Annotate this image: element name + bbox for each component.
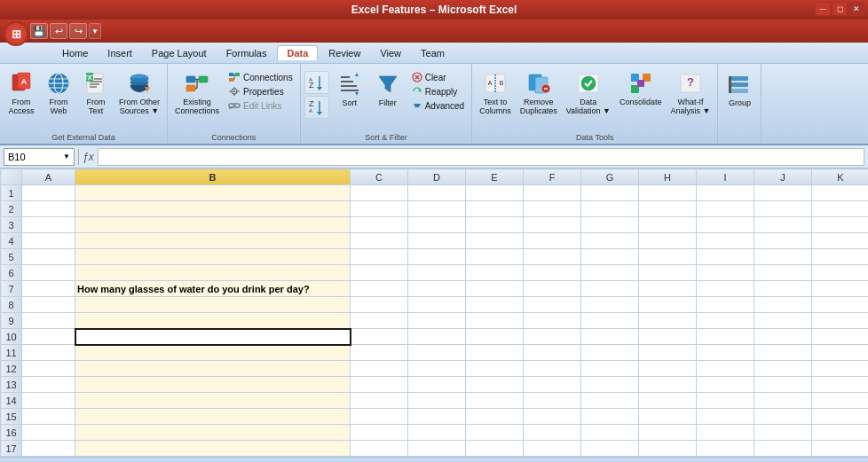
cell-i7[interactable] bbox=[697, 281, 754, 297]
col-header-g[interactable]: G bbox=[581, 169, 639, 185]
from-web-button[interactable]: FromWeb bbox=[41, 67, 76, 118]
cell-f3[interactable] bbox=[524, 217, 581, 233]
cell-e16[interactable] bbox=[466, 425, 524, 441]
reapply-button[interactable]: Reapply bbox=[408, 85, 468, 98]
data-validation-button[interactable]: DataValidation ▼ bbox=[563, 67, 614, 118]
cell-k4[interactable] bbox=[812, 233, 869, 249]
row-header-8[interactable]: 8 bbox=[1, 297, 22, 313]
col-header-i[interactable]: I bbox=[697, 169, 754, 185]
row-header-4[interactable]: 4 bbox=[1, 233, 22, 249]
cell-a17[interactable] bbox=[22, 441, 75, 457]
col-header-h[interactable]: H bbox=[639, 169, 697, 185]
cell-d13[interactable] bbox=[408, 377, 466, 393]
menu-formulas[interactable]: Formulas bbox=[217, 46, 276, 60]
cell-j9[interactable] bbox=[754, 313, 812, 329]
cell-k11[interactable] bbox=[812, 345, 869, 361]
cell-e14[interactable] bbox=[466, 393, 524, 409]
cell-g12[interactable] bbox=[581, 361, 639, 377]
cell-g11[interactable] bbox=[581, 345, 639, 361]
col-header-j[interactable]: J bbox=[754, 169, 812, 185]
cell-j2[interactable] bbox=[754, 201, 812, 217]
row-header-17[interactable]: 17 bbox=[1, 441, 22, 457]
cell-h15[interactable] bbox=[639, 409, 697, 425]
cell-d3[interactable] bbox=[408, 217, 466, 233]
cell-j10[interactable] bbox=[754, 329, 812, 345]
name-box[interactable]: B10 ▼ bbox=[4, 148, 75, 166]
cell-c10[interactable] bbox=[351, 329, 408, 345]
cell-e8[interactable] bbox=[466, 297, 524, 313]
cell-h11[interactable] bbox=[639, 345, 697, 361]
cell-h8[interactable] bbox=[639, 297, 697, 313]
cell-c11[interactable] bbox=[351, 345, 408, 361]
cell-b13[interactable] bbox=[75, 377, 351, 393]
cell-d8[interactable] bbox=[408, 297, 466, 313]
sort-ascending-button[interactable]: A Z bbox=[304, 71, 329, 94]
cell-h14[interactable] bbox=[639, 393, 697, 409]
cell-g17[interactable] bbox=[581, 441, 639, 457]
cell-i12[interactable] bbox=[697, 361, 754, 377]
cell-a4[interactable] bbox=[22, 233, 75, 249]
cell-e9[interactable] bbox=[466, 313, 524, 329]
cell-j7[interactable] bbox=[754, 281, 812, 297]
cell-e17[interactable] bbox=[466, 441, 524, 457]
advanced-button[interactable]: Advanced bbox=[408, 99, 468, 112]
row-header-2[interactable]: 2 bbox=[1, 201, 22, 217]
cell-a9[interactable] bbox=[22, 313, 75, 329]
cell-i8[interactable] bbox=[697, 297, 754, 313]
cell-f4[interactable] bbox=[524, 233, 581, 249]
cell-j17[interactable] bbox=[754, 441, 812, 457]
cell-b14[interactable] bbox=[75, 393, 351, 409]
cell-g6[interactable] bbox=[581, 265, 639, 281]
cell-a5[interactable] bbox=[22, 249, 75, 265]
cell-k12[interactable] bbox=[812, 361, 869, 377]
cell-i16[interactable] bbox=[697, 425, 754, 441]
cell-d6[interactable] bbox=[408, 265, 466, 281]
menu-review[interactable]: Review bbox=[320, 46, 369, 60]
clear-button[interactable]: Clear bbox=[408, 71, 468, 83]
cell-a8[interactable] bbox=[22, 297, 75, 313]
cell-g13[interactable] bbox=[581, 377, 639, 393]
cell-j1[interactable] bbox=[754, 185, 812, 201]
cell-c4[interactable] bbox=[351, 233, 408, 249]
cell-k7[interactable] bbox=[812, 281, 869, 297]
save-qa-button[interactable]: 💾 bbox=[30, 23, 48, 39]
cell-c6[interactable] bbox=[351, 265, 408, 281]
cell-e12[interactable] bbox=[466, 361, 524, 377]
cell-a16[interactable] bbox=[22, 425, 75, 441]
cell-g5[interactable] bbox=[581, 249, 639, 265]
cell-j14[interactable] bbox=[754, 393, 812, 409]
menu-page-layout[interactable]: Page Layout bbox=[143, 46, 216, 60]
minimize-button[interactable]: ─ bbox=[815, 2, 831, 16]
cell-k13[interactable] bbox=[812, 377, 869, 393]
cell-k8[interactable] bbox=[812, 297, 869, 313]
row-header-7[interactable]: 7 bbox=[1, 281, 22, 297]
cell-a7[interactable] bbox=[22, 281, 75, 297]
undo-qa-button[interactable]: ↩ bbox=[50, 23, 67, 39]
cell-f15[interactable] bbox=[524, 409, 581, 425]
cell-e3[interactable] bbox=[466, 217, 524, 233]
cell-e13[interactable] bbox=[466, 377, 524, 393]
cell-e11[interactable] bbox=[466, 345, 524, 361]
cell-i14[interactable] bbox=[697, 393, 754, 409]
cell-c16[interactable] bbox=[351, 425, 408, 441]
cell-c13[interactable] bbox=[351, 377, 408, 393]
cell-d17[interactable] bbox=[408, 441, 466, 457]
col-header-a[interactable]: A bbox=[22, 169, 75, 185]
cell-i9[interactable] bbox=[697, 313, 754, 329]
row-header-11[interactable]: 11 bbox=[1, 345, 22, 361]
cell-d1[interactable] bbox=[408, 185, 466, 201]
cell-i4[interactable] bbox=[697, 233, 754, 249]
cell-d4[interactable] bbox=[408, 233, 466, 249]
cell-i3[interactable] bbox=[697, 217, 754, 233]
cell-a14[interactable] bbox=[22, 393, 75, 409]
cell-k6[interactable] bbox=[812, 265, 869, 281]
from-other-sources-button[interactable]: From OtherSources ▼ bbox=[115, 67, 163, 118]
edit-links-small-button[interactable]: ✏ Edit Links bbox=[225, 99, 296, 112]
from-text-button[interactable]: TXT FromText bbox=[78, 67, 114, 118]
col-header-k[interactable]: K bbox=[812, 169, 869, 185]
cell-e15[interactable] bbox=[466, 409, 524, 425]
cell-b15[interactable] bbox=[75, 409, 351, 425]
cell-i6[interactable] bbox=[697, 265, 754, 281]
cell-i5[interactable] bbox=[697, 249, 754, 265]
cell-h17[interactable] bbox=[639, 441, 697, 457]
